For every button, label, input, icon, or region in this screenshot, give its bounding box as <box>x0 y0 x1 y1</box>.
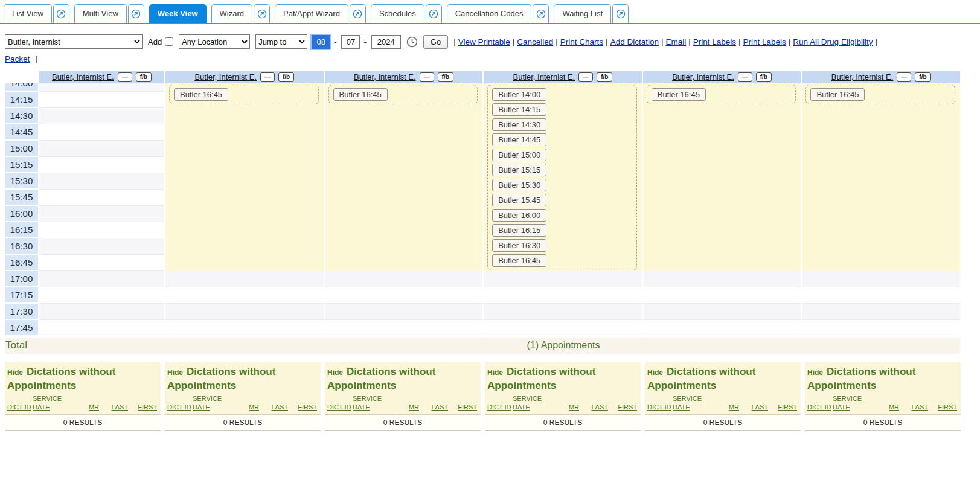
appointment-slot-button[interactable]: Butler 14:00 <box>492 88 546 101</box>
col-header-first[interactable]: FIRST <box>288 403 317 411</box>
hide-link[interactable]: Hide <box>7 368 23 377</box>
fb-button[interactable]: f/b <box>756 72 772 82</box>
tab-pat-appt-wizard[interactable]: Pat/Appt Wizard <box>275 4 348 23</box>
tab-list-view[interactable]: List View <box>4 4 52 23</box>
appointment-slot-button[interactable]: Butler 15:00 <box>492 149 546 161</box>
link-print-charts[interactable]: Print Charts <box>560 37 603 46</box>
col-header-mr[interactable]: MR <box>230 403 259 411</box>
col-header-last[interactable]: LAST <box>259 403 288 411</box>
open-in-new-icon[interactable] <box>128 4 144 23</box>
fb-button[interactable]: f/b <box>438 72 453 82</box>
provider-link[interactable]: Butler, Internist E. <box>513 72 575 82</box>
schedule-open-block[interactable] <box>643 83 801 271</box>
provider-link[interactable]: Butler, Internist E. <box>831 72 894 82</box>
appointment-slot-button[interactable]: Butler 16:15 <box>492 224 546 237</box>
tab-cancellation-codes[interactable]: Cancellation Codes <box>447 4 532 23</box>
col-header-service-date[interactable]: SERVICE DATE <box>513 394 550 411</box>
open-in-new-icon[interactable] <box>612 4 629 23</box>
location-select[interactable]: Any Location <box>179 34 250 49</box>
col-header-dict-id[interactable]: DICT ID <box>327 403 353 411</box>
col-header-service-date[interactable]: SERVICE DATE <box>833 394 870 411</box>
appointment-slot-button[interactable]: Butler 14:30 <box>492 118 546 131</box>
col-header-last[interactable]: LAST <box>899 403 928 411</box>
collapse-column-button[interactable]: — <box>578 72 593 82</box>
schedule-open-block[interactable] <box>165 83 324 271</box>
link-run-all-drug-eligibility[interactable]: Run All Drug Eligibility <box>793 37 873 46</box>
col-header-mr[interactable]: MR <box>550 403 579 411</box>
appointment-slot-button[interactable]: Butler 14:15 <box>492 103 546 116</box>
hide-link[interactable]: Hide <box>807 368 823 377</box>
col-header-dict-id[interactable]: DICT ID <box>647 403 673 411</box>
hide-link[interactable]: Hide <box>487 368 503 377</box>
col-header-dict-id[interactable]: DICT ID <box>167 403 193 411</box>
appointment-slot-button[interactable]: Butler 15:15 <box>492 164 546 176</box>
col-header-service-date[interactable]: SERVICE DATE <box>33 394 70 411</box>
col-header-dict-id[interactable]: DICT ID <box>487 403 513 411</box>
col-header-first[interactable]: FIRST <box>608 403 637 411</box>
collapse-column-button[interactable]: — <box>897 72 911 82</box>
link-cancelled[interactable]: Cancelled <box>517 37 553 46</box>
col-header-service-date[interactable]: SERVICE DATE <box>193 394 230 411</box>
col-header-first[interactable]: FIRST <box>448 403 477 411</box>
schedule-open-block[interactable] <box>325 83 483 271</box>
jump-select[interactable]: Jump to <box>255 34 307 49</box>
tab-schedules[interactable]: Schedules <box>371 4 424 23</box>
provider-link[interactable]: Butler, Internist E. <box>194 72 257 82</box>
link-packet[interactable]: Packet <box>5 54 30 63</box>
add-checkbox[interactable] <box>165 37 173 46</box>
fb-button[interactable]: f/b <box>278 72 294 82</box>
open-in-new-icon[interactable] <box>533 4 549 23</box>
col-header-mr[interactable]: MR <box>390 403 419 411</box>
hide-link[interactable]: Hide <box>647 368 663 377</box>
col-header-first[interactable]: FIRST <box>928 403 957 411</box>
tab-wizard[interactable]: Wizard <box>211 4 252 23</box>
col-header-service-date[interactable]: SERVICE DATE <box>353 394 390 411</box>
tab-waiting-list[interactable]: Waiting List <box>554 4 611 23</box>
link-print-labels[interactable]: Print Labels <box>743 37 786 46</box>
appointment-slot-button[interactable]: Butler 16:30 <box>492 239 546 252</box>
col-header-first[interactable]: FIRST <box>128 403 157 411</box>
appointment-slot-button[interactable]: Butler 14:45 <box>492 133 546 146</box>
date-year-input[interactable] <box>371 35 401 49</box>
link-add-dictation[interactable]: Add Dictation <box>610 37 659 46</box>
provider-link[interactable]: Butler, Internist E. <box>672 72 734 82</box>
col-header-last[interactable]: LAST <box>579 403 608 411</box>
appointment-slot-button[interactable]: Butler 16:45 <box>333 88 388 101</box>
fb-button[interactable]: f/b <box>597 72 612 82</box>
collapse-column-button[interactable]: — <box>260 72 275 82</box>
go-button[interactable]: Go <box>423 35 448 49</box>
link-email[interactable]: Email <box>665 37 686 46</box>
open-in-new-icon[interactable] <box>350 4 366 23</box>
collapse-column-button[interactable]: — <box>738 72 752 82</box>
tab-multi-view[interactable]: Multi View <box>74 4 127 23</box>
provider-link[interactable]: Butler, Internist E. <box>354 72 416 82</box>
col-header-first[interactable]: FIRST <box>768 403 797 411</box>
link-print-labels[interactable]: Print Labels <box>693 37 736 46</box>
hide-link[interactable]: Hide <box>167 368 183 377</box>
col-header-dict-id[interactable]: DICT ID <box>7 403 33 411</box>
col-header-last[interactable]: LAST <box>739 403 768 411</box>
collapse-column-button[interactable]: — <box>420 72 434 82</box>
open-in-new-icon[interactable] <box>426 4 442 23</box>
fb-button[interactable]: f/b <box>915 72 930 82</box>
col-header-last[interactable]: LAST <box>419 403 448 411</box>
link-view-printable[interactable]: View Printable <box>458 37 510 46</box>
fb-button[interactable]: f/b <box>136 72 152 82</box>
provider-link[interactable]: Butler, Internist E. <box>52 72 114 82</box>
col-header-mr[interactable]: MR <box>70 403 99 411</box>
collapse-column-button[interactable]: — <box>118 72 132 82</box>
appointment-slot-button[interactable]: Butler 15:45 <box>492 194 546 206</box>
appointment-slot-button[interactable]: Butler 16:45 <box>174 88 228 101</box>
tab-week-view[interactable]: Week View <box>149 4 207 23</box>
appointment-slot-button[interactable]: Butler 16:45 <box>810 88 865 101</box>
appointment-slot-button[interactable]: Butler 16:45 <box>492 254 546 267</box>
appointment-slot-button[interactable]: Butler 16:00 <box>492 209 546 222</box>
open-in-new-icon[interactable] <box>254 4 270 23</box>
col-header-service-date[interactable]: SERVICE DATE <box>673 394 710 411</box>
date-day-input[interactable] <box>341 35 360 49</box>
open-in-new-icon[interactable] <box>53 4 69 23</box>
provider-select[interactable]: Butler, Internist <box>5 34 143 49</box>
col-header-dict-id[interactable]: DICT ID <box>807 403 833 411</box>
col-header-mr[interactable]: MR <box>710 403 739 411</box>
clock-icon[interactable] <box>406 36 418 48</box>
